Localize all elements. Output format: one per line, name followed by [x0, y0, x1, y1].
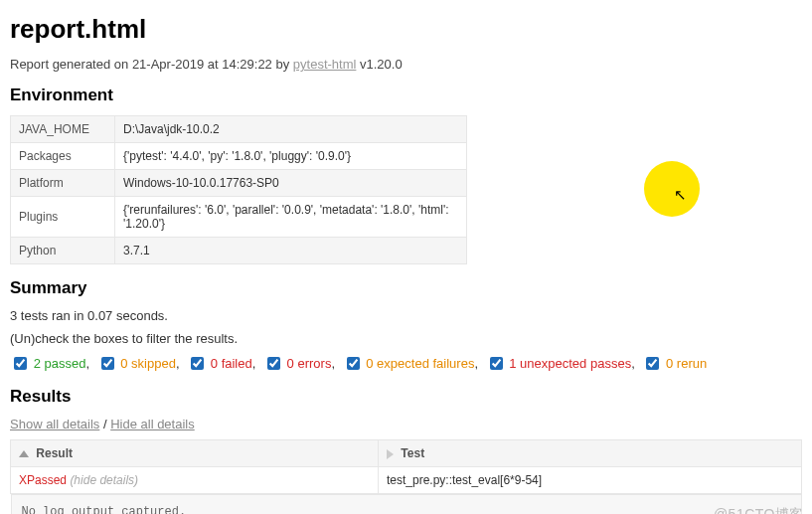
log-output: No log output captured. [11, 494, 802, 514]
generated-line: Report generated on 21-Apr-2019 at 14:29… [10, 57, 802, 72]
filter-errors-label: 0 errors [287, 356, 332, 371]
env-val: D:\Java\jdk-10.0.2 [115, 116, 467, 143]
env-key: JAVA_HOME [11, 116, 115, 143]
filter-passed[interactable]: 2 passed, [10, 356, 89, 371]
hide-all-details-link[interactable]: Hide all details [110, 417, 195, 431]
gen-at: at [204, 57, 222, 72]
env-key: Plugins [11, 197, 115, 238]
filter-skipped[interactable]: 0 skipped, [97, 356, 180, 371]
toggle-links: Show all details / Hide all details [10, 417, 802, 431]
filter-passed-label: 2 passed [34, 356, 86, 371]
show-all-details-link[interactable]: Show all details [10, 417, 99, 431]
page-title: report.html [10, 14, 802, 45]
log-row: No log output captured. [11, 494, 802, 515]
filter-skipped-checkbox[interactable] [101, 357, 114, 370]
result-cell: XPassed (hide details) [11, 467, 379, 494]
filter-failed[interactable]: 0 failed, [187, 356, 255, 371]
summary-count: 3 tests ran in 0.07 seconds. [10, 308, 802, 323]
test-cell: test_pre.py::test_eval[6*9-54] [379, 467, 802, 494]
gen-time: 14:29:22 [222, 57, 272, 72]
results-header-row: Result Test [11, 440, 802, 467]
filter-xfail-checkbox[interactable] [347, 357, 360, 370]
env-key: Python [11, 238, 115, 264]
filter-row: 2 passed, 0 skipped, 0 failed, 0 errors,… [10, 354, 802, 373]
env-val: 3.7.1 [115, 238, 467, 264]
result-status: XPassed [19, 473, 67, 487]
env-key: Packages [11, 143, 115, 170]
table-row: JAVA_HOMED:\Java\jdk-10.0.2 [11, 116, 467, 143]
table-row: Packages{'pytest': '4.4.0', 'py': '1.8.0… [11, 143, 467, 170]
env-key: Platform [11, 170, 115, 197]
filter-xfail[interactable]: 0 expected failures, [343, 356, 478, 371]
col-result-label: Result [36, 446, 73, 460]
filter-failed-label: 0 failed [211, 356, 252, 371]
toggle-sep: / [99, 417, 110, 431]
filter-rerun-checkbox[interactable] [646, 357, 659, 370]
filter-errors-checkbox[interactable] [267, 357, 280, 370]
gen-version: v1.20.0 [356, 57, 402, 72]
env-val: Windows-10-10.0.17763-SP0 [115, 170, 467, 197]
sort-icon [387, 449, 394, 459]
filter-errors[interactable]: 0 errors, [263, 356, 335, 371]
filter-xpass[interactable]: 1 unexpected passes, [486, 356, 635, 371]
filter-xfail-label: 0 expected failures [366, 356, 474, 371]
filter-xpass-checkbox[interactable] [490, 357, 503, 370]
gen-by: by [272, 57, 293, 72]
cursor-arrow-icon: ↖ [674, 186, 687, 204]
filter-hint: (Un)check the boxes to filter the result… [10, 331, 802, 346]
pytest-html-link[interactable]: pytest-html [293, 57, 357, 72]
summary-heading: Summary [10, 278, 802, 298]
table-row: Python3.7.1 [11, 238, 467, 264]
filter-failed-checkbox[interactable] [191, 357, 204, 370]
env-val: {'rerunfailures': '6.0', 'parallel': '0.… [115, 197, 467, 238]
filter-skipped-label: 0 skipped [120, 356, 176, 371]
sort-asc-icon [19, 450, 29, 457]
filter-xpass-label: 1 unexpected passes [509, 356, 631, 371]
table-row: XPassed (hide details) test_pre.py::test… [11, 467, 802, 494]
table-row: Plugins{'rerunfailures': '6.0', 'paralle… [11, 197, 467, 238]
filter-rerun[interactable]: 0 rerun [642, 356, 707, 371]
col-test-header[interactable]: Test [379, 440, 802, 467]
environment-table: JAVA_HOMED:\Java\jdk-10.0.2 Packages{'py… [10, 115, 467, 264]
env-val: {'pytest': '4.4.0', 'py': '1.8.0', 'plug… [115, 143, 467, 170]
gen-date: 21-Apr-2019 [132, 57, 204, 72]
cursor-highlight [644, 161, 700, 217]
gen-prefix: Report generated on [10, 57, 132, 72]
environment-heading: Environment [10, 86, 802, 105]
filter-rerun-label: 0 rerun [666, 356, 707, 371]
hide-details-link[interactable]: (hide details) [70, 473, 138, 487]
results-table: Result Test XPassed (hide details) test_… [10, 439, 802, 514]
filter-passed-checkbox[interactable] [14, 357, 27, 370]
col-test-label: Test [401, 446, 424, 460]
watermark: @51CTO博客 [714, 506, 804, 514]
results-heading: Results [10, 387, 802, 407]
col-result-header[interactable]: Result [11, 440, 379, 467]
table-row: PlatformWindows-10-10.0.17763-SP0 [11, 170, 467, 197]
